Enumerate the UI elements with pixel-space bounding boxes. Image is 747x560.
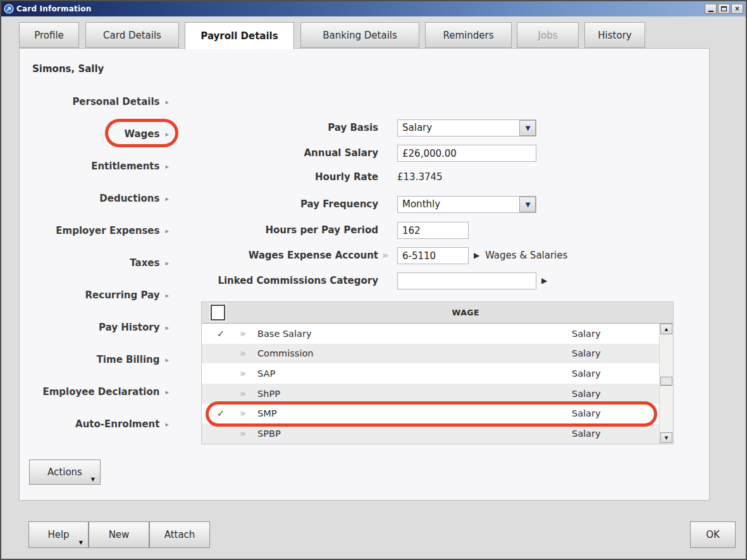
tab-history[interactable]: History — [584, 22, 645, 48]
double-chevron-icon[interactable]: » — [240, 328, 255, 339]
table-row-sap[interactable]: » SAP Salary — [202, 363, 659, 384]
wage-type: Salary — [571, 329, 659, 339]
pay-frequency-label: Pay Frequency — [121, 196, 378, 213]
table-row-smp[interactable]: ✓ » SMP Salary — [202, 404, 659, 424]
wage-name: Base Salary — [255, 329, 571, 339]
table-row-base-salary[interactable]: ✓ » Base Salary Salary — [202, 324, 659, 344]
dropdown-arrow-button[interactable]: ▼ — [519, 197, 536, 212]
chevron-down-icon: ▼ — [526, 125, 531, 131]
wage-name: ShPP — [255, 389, 571, 399]
card-information-window: Card Information × Profile Card Details … — [0, 0, 747, 560]
attach-button[interactable]: Attach — [149, 521, 210, 548]
check-icon: ✓ — [202, 408, 240, 419]
pay-basis-label: Pay Basis — [121, 119, 378, 137]
scroll-down-icon: ▼ — [665, 435, 668, 441]
double-chevron-icon[interactable]: » — [240, 368, 255, 379]
ok-button-label: OK — [706, 529, 720, 540]
chevron-down-icon: ▼ — [79, 540, 83, 545]
wage-table-header: WAGE — [202, 302, 673, 324]
wage-type: Salary — [571, 429, 659, 439]
sidebar-item-label: Employee Declaration — [42, 386, 159, 398]
arrow-right-icon: ▸ — [165, 291, 169, 300]
tab-jobs: Jobs — [517, 22, 579, 48]
table-row-commission[interactable]: » Commission Salary — [202, 344, 659, 364]
close-button[interactable]: × — [731, 4, 743, 14]
double-chevron-icon[interactable]: » — [240, 428, 255, 439]
arrow-right-icon: ▸ — [165, 420, 169, 429]
double-chevron-icon[interactable]: » — [382, 247, 388, 264]
arrow-right-icon: ▸ — [165, 324, 169, 332]
sidebar-item-auto-enrolment[interactable]: Auto-Enrolment ▸ — [20, 408, 178, 440]
employee-name: Simons, Sally — [32, 63, 104, 75]
pay-frequency-dropdown[interactable]: Monthly ▼ — [397, 196, 536, 213]
wage-column-header: WAGE — [452, 308, 479, 317]
category-link-arrow-icon[interactable]: ▶ — [541, 272, 547, 289]
maximize-button[interactable] — [718, 4, 730, 14]
help-button[interactable]: Help ▼ — [28, 521, 89, 548]
title-bar[interactable]: Card Information × — [1, 1, 746, 16]
scroll-down-button[interactable]: ▼ — [660, 432, 672, 443]
tab-reminders[interactable]: Reminders — [425, 22, 512, 48]
linked-commissions-category-input[interactable] — [397, 272, 536, 289]
hours-per-pay-period-label: Hours per Pay Period — [121, 222, 378, 239]
wage-name: SPBP — [255, 429, 571, 439]
wage-type: Salary — [571, 348, 659, 358]
sidebar-item-label: Pay History — [99, 322, 160, 333]
wage-type: Salary — [571, 368, 659, 379]
check-icon: ✓ — [202, 328, 240, 339]
wage-table-body: ✓ » Base Salary Salary » Commission Sala… — [202, 324, 659, 444]
minimize-button[interactable] — [705, 4, 717, 14]
hours-per-pay-period-input[interactable] — [397, 222, 469, 239]
ok-button[interactable]: OK — [690, 521, 736, 548]
table-row-shpp[interactable]: » ShPP Salary — [202, 384, 659, 404]
annual-salary-label: Annual Salary — [121, 145, 378, 162]
scrollbar-thumb[interactable] — [660, 377, 672, 386]
attach-button-label: Attach — [164, 529, 195, 540]
wage-table: WAGE ✓ » Base Salary Salary » Commission… — [201, 301, 674, 444]
pay-frequency-value: Monthly — [398, 197, 519, 212]
new-button[interactable]: New — [89, 521, 149, 548]
sidebar-item-employee-declaration[interactable]: Employee Declaration ▸ — [20, 375, 178, 408]
double-chevron-icon[interactable]: » — [240, 388, 255, 399]
pay-basis-dropdown[interactable]: Salary ▼ — [397, 119, 536, 137]
sidebar-item-time-billing[interactable]: Time Billing ▸ — [20, 343, 178, 375]
tab-banking-details[interactable]: Banking Details — [300, 22, 419, 48]
double-chevron-icon[interactable]: » — [240, 408, 255, 419]
table-scrollbar[interactable]: ▲ ▼ — [659, 324, 673, 444]
arrow-right-icon: ▸ — [165, 388, 169, 396]
table-row-spbp[interactable]: » SPBP Salary — [202, 423, 659, 444]
arrow-right-icon: ▸ — [165, 356, 169, 364]
actions-button[interactable]: Actions ▼ — [29, 460, 101, 485]
tab-profile[interactable]: Profile — [19, 22, 79, 48]
double-chevron-icon[interactable]: » — [240, 348, 255, 359]
scroll-up-button[interactable]: ▲ — [660, 324, 672, 334]
linked-commissions-category-label: Linked Commissions Category — [121, 272, 378, 289]
hourly-rate-value: £13.3745 — [397, 169, 443, 186]
wage-name: Commission — [255, 348, 571, 358]
actions-button-label: Actions — [47, 466, 82, 478]
wages-expense-account-input[interactable] — [397, 247, 469, 264]
chevron-down-icon: ▼ — [526, 201, 531, 208]
sidebar-item-personal-details[interactable]: Personal Details ▸ — [20, 85, 178, 118]
minimize-icon — [708, 11, 713, 12]
wage-name: SAP — [255, 368, 571, 379]
sidebar-item-label: Auto-Enrolment — [75, 418, 159, 430]
new-button-label: New — [109, 529, 130, 540]
sidebar-item-label: Time Billing — [97, 354, 160, 365]
window-title: Card Information — [16, 4, 91, 13]
dropdown-arrow-button[interactable]: ▼ — [519, 120, 536, 136]
select-all-checkbox[interactable] — [211, 305, 225, 320]
annual-salary-input[interactable] — [397, 145, 536, 162]
wages-expense-account-name: Wages & Salaries — [485, 247, 567, 264]
sidebar-item-pay-history[interactable]: Pay History ▸ — [20, 311, 178, 343]
account-link-arrow-icon[interactable]: ▶ — [474, 247, 479, 264]
wage-type: Salary — [571, 408, 659, 418]
sidebar-item-label: Personal Details — [72, 96, 159, 107]
payroll-details-panel: Simons, Sally Personal Details ▸ Wages ▸… — [19, 48, 710, 501]
tab-card-details[interactable]: Card Details — [85, 22, 179, 48]
tab-payroll-details[interactable]: Payroll Details — [185, 22, 294, 49]
sidebar-item-label: Recurring Pay — [85, 289, 160, 301]
chevron-down-icon: ▼ — [91, 477, 95, 482]
wage-name: SMP — [255, 408, 571, 418]
wage-type: Salary — [571, 389, 659, 399]
